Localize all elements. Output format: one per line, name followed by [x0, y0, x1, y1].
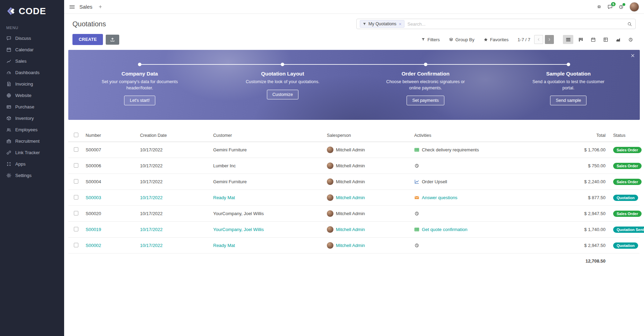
table-row[interactable]: S00019 10/17/2022 YourCompany, Joel Will…: [68, 222, 639, 238]
cell-salesperson: Mitchell Admin: [336, 211, 365, 216]
view-switch-button[interactable]: [600, 35, 611, 44]
sidebar-item[interactable]: Sales: [0, 55, 64, 67]
cell-total: $ 1,740.00: [541, 227, 608, 232]
banner-close-icon[interactable]: [630, 53, 635, 58]
header-total[interactable]: Total: [541, 133, 608, 138]
sidebar-item[interactable]: Link Tracker: [0, 147, 64, 158]
sidebar-item-label: Apps: [15, 161, 26, 167]
table-row[interactable]: S00007 10/17/2022 Gemini Furniture Mitch…: [68, 142, 639, 158]
activity-cell[interactable]: [414, 243, 538, 248]
activity-cell[interactable]: [414, 211, 538, 216]
sidebar-item-label: Discuss: [15, 36, 31, 41]
app-menu-label[interactable]: Sales: [79, 4, 93, 10]
apps-icon: [6, 161, 11, 167]
user-avatar[interactable]: [629, 2, 639, 12]
hamburger-menu-icon[interactable]: [69, 4, 75, 10]
activity-label: Get quote confirmation: [422, 227, 468, 232]
activities-button[interactable]: [618, 4, 624, 10]
sidebar-item[interactable]: Purchase: [0, 101, 64, 113]
search-bar[interactable]: My Quotations: [356, 19, 636, 29]
add-tab-icon[interactable]: [98, 5, 103, 9]
row-checkbox[interactable]: [74, 211, 78, 215]
header-activities[interactable]: Activities: [414, 133, 541, 138]
row-checkbox[interactable]: [74, 163, 78, 168]
activity-cell[interactable]: [414, 163, 538, 168]
debug-icon[interactable]: [597, 4, 602, 9]
header-creation-date[interactable]: Creation Date: [140, 133, 213, 138]
row-checkbox[interactable]: [74, 243, 78, 247]
header-status[interactable]: Status: [608, 133, 639, 138]
cell-salesperson: Mitchell Admin: [336, 243, 365, 248]
step-action-button[interactable]: Send sample: [550, 96, 586, 105]
cell-salesperson: Mitchell Admin: [336, 163, 365, 168]
filters-button[interactable]: Filters: [421, 37, 440, 42]
view-switch-button[interactable]: [563, 35, 573, 44]
sidebar-item[interactable]: Employees: [0, 124, 64, 135]
table-row[interactable]: S00003 10/17/2022 Ready Mat Mitchell Adm…: [68, 190, 639, 206]
sidebar-item[interactable]: Discuss: [0, 33, 64, 44]
row-checkbox[interactable]: [74, 227, 78, 231]
sidebar-item[interactable]: Inventory: [0, 113, 64, 124]
sidebar-item[interactable]: Dashboards: [0, 67, 64, 78]
create-button[interactable]: CREATE: [72, 34, 103, 45]
onboarding-step: Order Confirmation Choose between electr…: [354, 50, 497, 120]
export-button[interactable]: [106, 35, 119, 45]
step-action-button[interactable]: Customize: [267, 90, 298, 99]
step-action-button[interactable]: Let's start!: [124, 96, 155, 105]
search-icon[interactable]: [627, 21, 632, 27]
calendar-view-icon: [591, 37, 596, 42]
pivot-icon: [603, 37, 608, 42]
cell-customer: Gemini Furniture: [213, 179, 327, 184]
header-number[interactable]: Number: [86, 133, 140, 138]
select-all-checkbox[interactable]: [74, 133, 78, 137]
search-facet[interactable]: My Quotations: [360, 20, 404, 28]
activity-label: Check delivery requirements: [422, 147, 479, 152]
cell-creation-date: 10/17/2022: [140, 227, 213, 232]
activity-label: Order Upsell: [422, 179, 447, 184]
group-by-button[interactable]: Group By: [449, 37, 475, 42]
pager-next-button[interactable]: [545, 35, 554, 44]
row-checkbox[interactable]: [74, 147, 78, 152]
sidebar-item[interactable]: Calendar: [0, 44, 64, 55]
step-dot-icon: [138, 63, 141, 66]
row-checkbox[interactable]: [74, 179, 78, 184]
salesperson-avatar: [327, 162, 333, 169]
sidebar-item[interactable]: Settings: [0, 170, 64, 181]
table-row[interactable]: S00004 10/17/2022 Gemini Furniture Mitch…: [68, 174, 639, 190]
dashboards-icon: [6, 70, 11, 75]
inventory-icon: [6, 116, 11, 121]
favorites-star-icon: [484, 37, 488, 42]
view-switch-button[interactable]: [575, 35, 586, 44]
activity-cell[interactable]: Answer questions: [414, 195, 538, 200]
table-row[interactable]: S00006 10/17/2022 Lumber Inc Mitchell Ad…: [68, 158, 639, 174]
messages-button[interactable]: 5: [607, 4, 613, 10]
pager-previous-button[interactable]: [534, 35, 543, 44]
cell-customer: Lumber Inc: [213, 163, 327, 168]
favorites-button[interactable]: Favorites: [484, 37, 508, 42]
table-row[interactable]: S00020 10/17/2022 YourCompany, Joel Will…: [68, 206, 639, 222]
activity-cell[interactable]: Check delivery requirements: [414, 147, 538, 152]
control-panel: Quotations My Quotations CREATE: [64, 14, 644, 46]
sidebar-item[interactable]: Apps: [0, 158, 64, 170]
sidebar-item[interactable]: Website: [0, 90, 64, 101]
status-badge: Sales Order: [613, 163, 642, 169]
activity-cell[interactable]: Get quote confirmation: [414, 227, 538, 232]
step-action-button[interactable]: Set payments: [407, 96, 444, 105]
row-checkbox[interactable]: [74, 195, 78, 200]
view-switch-button[interactable]: [625, 35, 636, 44]
view-switch-button[interactable]: [613, 35, 623, 44]
sidebar-item[interactable]: Invoicing: [0, 78, 64, 90]
view-switch-button[interactable]: [588, 35, 598, 44]
status-badge: Quotation: [613, 195, 638, 201]
app-logo[interactable]: CODE: [0, 0, 64, 22]
envelope-icon: [414, 195, 419, 200]
table-row[interactable]: S00002 10/17/2022 Ready Mat Mitchell Adm…: [68, 238, 639, 254]
sidebar-item[interactable]: Recruitment: [0, 135, 64, 147]
header-customer[interactable]: Customer: [213, 133, 327, 138]
upload-icon: [110, 37, 115, 42]
header-salesperson[interactable]: Salesperson: [327, 133, 414, 138]
facet-remove-icon[interactable]: [399, 23, 402, 26]
search-input[interactable]: [408, 21, 624, 27]
activity-cell[interactable]: Order Upsell: [414, 179, 538, 184]
clock-icon: [414, 211, 419, 216]
